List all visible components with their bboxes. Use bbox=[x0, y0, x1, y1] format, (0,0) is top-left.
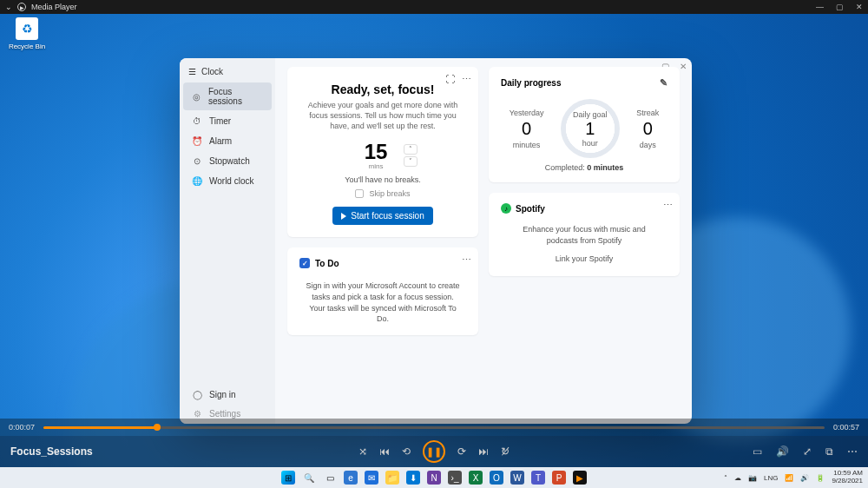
start-focus-session-button[interactable]: Start focus session bbox=[332, 207, 432, 225]
skip-breaks-label: Skip breaks bbox=[369, 189, 410, 198]
more-icon[interactable]: ⋯ bbox=[663, 200, 673, 211]
mini-player-icon[interactable]: ⧉ bbox=[825, 445, 833, 458]
edge-app-icon[interactable]: e bbox=[344, 471, 358, 485]
word-app-icon[interactable]: W bbox=[510, 471, 524, 485]
sidebar-item-timer[interactable]: ⏱ Timer bbox=[183, 112, 272, 130]
onenote-app-icon[interactable]: N bbox=[427, 471, 441, 485]
tray-chevron-icon[interactable]: ˄ bbox=[724, 474, 727, 482]
target-icon: ◎ bbox=[192, 92, 201, 102]
stopwatch-icon: ⊙ bbox=[192, 156, 202, 166]
meet-now-icon[interactable]: 📷 bbox=[748, 474, 757, 482]
onedrive-tray-icon[interactable]: ☁ bbox=[734, 474, 741, 482]
excel-app-icon[interactable]: X bbox=[469, 471, 483, 485]
tray-language[interactable]: LNG bbox=[764, 474, 778, 482]
battery-icon[interactable]: 🔋 bbox=[816, 474, 825, 482]
volume-tray-icon[interactable]: 🔊 bbox=[800, 474, 809, 482]
sidebar-item-stopwatch[interactable]: ⊙ Stopwatch bbox=[183, 152, 272, 170]
sidebar-item-world-clock[interactable]: 🌐 World clock bbox=[183, 172, 272, 190]
skip-breaks-checkbox[interactable] bbox=[355, 189, 364, 198]
expand-icon[interactable]: ⛶ bbox=[445, 74, 455, 85]
recycle-bin-icon: ♻ bbox=[16, 17, 38, 40]
sidebar-item-focus-sessions[interactable]: ◎ Focus sessions bbox=[183, 82, 272, 110]
todo-card: ⋯ ✓ To Do Sign in with your Microsoft Ac… bbox=[287, 247, 478, 334]
progress-track[interactable] bbox=[43, 426, 825, 429]
media-player-titlebar: ⌄ ▶ Media Player — ▢ ✕ bbox=[0, 0, 868, 14]
sidebar-item-signin[interactable]: ◯ Sign in bbox=[183, 386, 272, 404]
minimize-button[interactable]: — bbox=[816, 3, 824, 11]
play-icon bbox=[341, 213, 346, 220]
timer-icon: ⏱ bbox=[192, 116, 202, 126]
search-button[interactable]: 🔍 bbox=[302, 471, 316, 485]
powerpoint-app-icon[interactable]: P bbox=[552, 471, 566, 485]
clock-sidebar: ☰ Clock ◎ Focus sessions ⏱ Timer ⏰ Alarm… bbox=[180, 58, 275, 424]
focus-session-card: ⛶ ⋯ Ready, set, focus! Achieve your goal… bbox=[287, 67, 478, 237]
windows-taskbar: ⊞ 🔍 ▭ e ✉ 📁 ⬇ N ›_ X O W T P ▶ ˄ ☁ 📷 LNG… bbox=[0, 467, 868, 488]
more-icon[interactable]: ⋯ bbox=[847, 445, 858, 458]
store-app-icon[interactable]: ⬇ bbox=[406, 471, 420, 485]
spotify-title: Spotify bbox=[516, 204, 545, 214]
next-button[interactable]: ⏭ bbox=[478, 445, 489, 458]
chevron-down-icon[interactable]: ⌄ bbox=[5, 3, 12, 11]
yesterday-stat: Yesterday 0 minutes bbox=[510, 109, 544, 149]
todo-icon: ✓ bbox=[299, 258, 310, 268]
decrease-minutes-button[interactable]: ˅ bbox=[404, 156, 418, 167]
task-view-button[interactable]: ▭ bbox=[323, 471, 337, 485]
sidebar-item-label: Sign in bbox=[209, 390, 236, 399]
progress-thumb[interactable] bbox=[154, 424, 161, 431]
explorer-app-icon[interactable]: 📁 bbox=[385, 471, 399, 485]
fullscreen-icon[interactable]: ⤢ bbox=[803, 445, 812, 458]
sidebar-item-label: World clock bbox=[209, 176, 254, 186]
sidebar-item-label: Settings bbox=[209, 409, 240, 419]
spotify-icon: ♪ bbox=[501, 203, 511, 214]
increase-minutes-button[interactable]: ˄ bbox=[404, 144, 418, 155]
media-player-app-icon[interactable]: ▶ bbox=[573, 471, 587, 485]
completed-text: Completed: 0 minutes bbox=[501, 163, 667, 172]
sidebar-item-label: Stopwatch bbox=[209, 156, 250, 166]
pause-button[interactable]: ❚❚ bbox=[423, 440, 445, 463]
previous-button[interactable]: ⏮ bbox=[379, 445, 390, 458]
mail-app-icon[interactable]: ✉ bbox=[365, 471, 378, 485]
daily-goal-ring: Daily goal 1 hour bbox=[561, 99, 620, 158]
rewind-button[interactable]: ⟲ bbox=[402, 445, 411, 458]
more-icon[interactable]: ⋯ bbox=[462, 254, 471, 266]
teams-app-icon[interactable]: T bbox=[531, 471, 545, 485]
tray-clock[interactable]: 10:59 AM 9/28/2021 bbox=[832, 470, 863, 485]
video-title: Focus_Sessions bbox=[10, 445, 93, 458]
breaks-message: You'll have no breaks. bbox=[299, 175, 466, 184]
focus-card-subtitle: Achieve your goals and get more done wit… bbox=[299, 100, 466, 131]
start-button-label: Start focus session bbox=[351, 211, 424, 221]
volume-icon[interactable]: 🔊 bbox=[776, 445, 789, 458]
todo-message: Sign in with your Microsoft Account to c… bbox=[299, 280, 466, 324]
edit-icon[interactable]: ✎ bbox=[660, 77, 667, 89]
maximize-button[interactable]: ▢ bbox=[836, 3, 844, 11]
recycle-bin-label: Recycle Bin bbox=[7, 43, 47, 50]
sidebar-item-alarm[interactable]: ⏰ Alarm bbox=[183, 132, 272, 150]
nav-menu-icon[interactable]: ☰ bbox=[188, 67, 196, 76]
globe-icon: 🌐 bbox=[192, 176, 202, 186]
spotify-message: Enhance your focus with music and podcas… bbox=[501, 224, 667, 246]
link-spotify-button[interactable]: Link your Spotify bbox=[501, 254, 667, 263]
outlook-app-icon[interactable]: O bbox=[490, 471, 503, 485]
sidebar-item-label: Alarm bbox=[209, 136, 232, 146]
focus-minutes-unit: mins bbox=[348, 162, 404, 170]
alarm-icon: ⏰ bbox=[192, 136, 202, 146]
progress-fill bbox=[43, 426, 156, 429]
person-icon: ◯ bbox=[192, 390, 202, 399]
current-time: 0:00:07 bbox=[9, 423, 35, 432]
start-button[interactable]: ⊞ bbox=[281, 471, 295, 485]
sidebar-item-label: Focus sessions bbox=[208, 87, 263, 106]
recycle-bin-desktop-icon[interactable]: ♻ Recycle Bin bbox=[7, 17, 47, 50]
close-button[interactable]: ✕ bbox=[856, 3, 863, 11]
media-player-control-bar: Focus_Sessions ⤨ ⏮ ⟲ ❚❚ ⟳ ⏭ ↻̸ ▭ 🔊 ⤢ ⧉ ⋯ bbox=[0, 436, 868, 467]
forward-button[interactable]: ⟳ bbox=[457, 445, 466, 458]
more-icon[interactable]: ⋯ bbox=[462, 74, 471, 85]
clock-app-window: — ▢ ✕ ☰ Clock ◎ Focus sessions ⏱ Timer ⏰… bbox=[180, 58, 692, 424]
terminal-app-icon[interactable]: ›_ bbox=[448, 471, 462, 485]
streak-stat: Streak 0 days bbox=[636, 109, 659, 149]
cast-icon[interactable]: ▭ bbox=[753, 445, 762, 458]
repeat-button[interactable]: ↻̸ bbox=[501, 445, 510, 458]
wifi-icon[interactable]: 📶 bbox=[785, 474, 793, 482]
shuffle-button[interactable]: ⤨ bbox=[358, 445, 367, 458]
total-time: 0:00:57 bbox=[833, 423, 859, 432]
todo-title: To Do bbox=[315, 259, 339, 268]
